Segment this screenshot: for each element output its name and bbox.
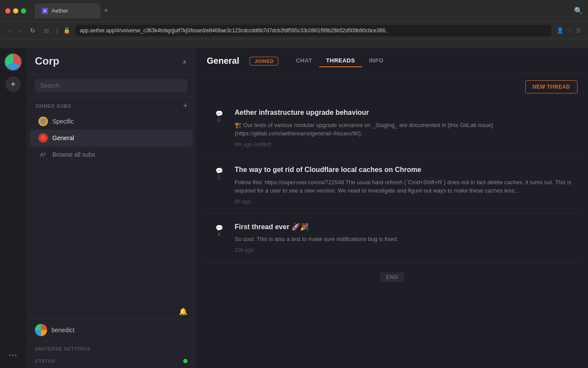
thread-time: 8h ago <box>235 199 574 205</box>
browser-tab-aether[interactable]: A Aether <box>35 3 100 18</box>
add-sub-button[interactable]: + <box>183 101 188 110</box>
bookmark-icon[interactable]: ♡ <box>567 27 572 34</box>
maximize-window-button[interactable] <box>21 8 26 14</box>
comment-icon: 💬 <box>215 167 223 174</box>
extensions-icon[interactable]: 👤 <box>557 27 564 34</box>
search-bar <box>26 75 196 97</box>
status-row: STATUS <box>26 356 196 368</box>
sub-list: 🌀 Specific 🔴 General <box>26 113 196 146</box>
universe-settings-label: UNIVERSE SETTINGS <box>35 346 91 351</box>
refresh-button[interactable]: ↻ <box>28 26 37 35</box>
address-input[interactable] <box>75 25 551 36</box>
thread-meta: 💬 4 <box>210 223 228 253</box>
minimize-window-button[interactable] <box>13 8 18 14</box>
app-logo <box>4 53 22 71</box>
sidebar-item-label-specific: Specific <box>52 118 74 125</box>
status-indicator <box>183 359 188 363</box>
new-thread-button[interactable]: NEW THREAD <box>525 80 578 93</box>
forward-button[interactable]: › <box>18 26 24 35</box>
corp-header: Corp ▲ <box>26 48 196 75</box>
browse-all-label: Browse all subs <box>52 151 95 158</box>
username-label: benedict <box>51 327 75 334</box>
notification-bell-icon[interactable]: 🔔 <box>179 307 188 316</box>
browser-address-bar: ‹ › ↻ ⊞ | 🔒 👤 ♡ ☰ <box>0 22 588 39</box>
user-row: benedict <box>26 319 196 340</box>
sub-avatar-specific: 🌀 <box>38 117 48 126</box>
universe-settings-row: UNIVERSE SETTINGS <box>26 340 196 356</box>
thread-title: The way to get rid of Cloudflare local c… <box>235 165 574 175</box>
board-title: General <box>207 56 239 66</box>
tab-bar: A Aether + <box>35 3 571 18</box>
search-input[interactable] <box>35 79 188 92</box>
corp-chevron-icon[interactable]: ▲ <box>181 58 188 65</box>
thread-title: Aether infrastructure upgrade behaviour <box>235 108 574 117</box>
tab-favicon: A <box>42 8 48 14</box>
separator: | <box>56 27 58 34</box>
app-container: + ••• Corp ▲ JOINED SUBS + 🌀 Specific 🔴 … <box>0 48 588 368</box>
left-panel: Corp ▲ JOINED SUBS + 🌀 Specific 🔴 Genera… <box>26 48 196 368</box>
traffic-lights <box>5 8 26 14</box>
browser-search-icon[interactable]: 🔍 <box>574 7 583 15</box>
tab-info[interactable]: INFO <box>362 55 390 67</box>
browser-chrome: A Aether + 🔍 ‹ › ↻ ⊞ | 🔒 👤 ♡ ☰ <box>0 0 588 48</box>
thread-body: The way to get rid of Cloudflare local c… <box>235 165 574 205</box>
notification-row: 🔔 <box>26 304 196 319</box>
main-toolbar: NEW THREAD <box>196 74 588 100</box>
tab-threads[interactable]: THREADS <box>319 55 362 67</box>
lock-icon: 🔒 <box>63 27 70 34</box>
threads-list: 💬 0 Aether infrastructure upgrade behavi… <box>196 100 588 368</box>
thread-item[interactable]: 💬 0 Aether infrastructure upgrade behavi… <box>203 100 581 157</box>
browse-all-subs-button[interactable]: Aᴬ Browse all subs <box>30 146 193 163</box>
add-tab-button[interactable]: + <box>104 6 109 15</box>
status-label: STATUS <box>35 358 55 364</box>
close-window-button[interactable] <box>5 8 10 14</box>
icon-sidebar: + ••• <box>0 48 26 368</box>
browser-top-bar: A Aether + 🔍 <box>0 0 588 22</box>
joined-subs-label: JOINED SUBS <box>35 103 71 109</box>
comment-count: 0 <box>218 117 221 123</box>
browse-all-icon: Aᴬ <box>38 150 48 159</box>
joined-subs-header: JOINED SUBS + <box>26 97 196 113</box>
sidebar-item-general[interactable]: 🔴 General <box>30 130 193 146</box>
home-button[interactable]: ⊞ <box>42 26 51 35</box>
thread-time: 10h ago <box>235 247 574 253</box>
browser-icons: 👤 ♡ ☰ <box>557 27 581 34</box>
comment-icon: 💬 <box>215 110 223 117</box>
main-content: General JOINED CHAT THREADS INFO NEW THR… <box>196 48 588 368</box>
comment-icon: 💬 <box>215 224 223 231</box>
sidebar-item-label-general: General <box>52 134 74 141</box>
end-badge: END <box>380 272 404 282</box>
thread-time: 6m ago (edited) <box>235 141 574 148</box>
more-options-icon[interactable]: ••• <box>9 351 17 359</box>
thread-preview: So cool. This is also a test to make sur… <box>235 235 574 244</box>
thread-item[interactable]: 💬 1 The way to get rid of Cloudflare loc… <box>203 157 581 214</box>
thread-title: First thread ever 🚀🎉 <box>235 223 574 232</box>
add-community-button[interactable]: + <box>6 77 21 92</box>
thread-body: First thread ever 🚀🎉 So cool. This is al… <box>235 223 574 253</box>
tab-title: Aether <box>51 7 68 14</box>
comment-count: 4 <box>218 231 221 237</box>
thread-item[interactable]: 💬 4 First thread ever 🚀🎉 So cool. This i… <box>203 214 581 262</box>
thread-preview: 🏗️ Our tests of various modular upgrade … <box>235 121 574 138</box>
back-button[interactable]: ‹ <box>7 26 13 35</box>
corp-title: Corp <box>35 55 59 67</box>
thread-meta: 💬 0 <box>210 108 228 148</box>
sidebar-item-specific[interactable]: 🌀 Specific <box>30 113 193 130</box>
menu-icon[interactable]: ☰ <box>576 27 581 34</box>
end-label: END <box>203 262 581 291</box>
sub-avatar-general: 🔴 <box>38 133 48 143</box>
comment-count: 1 <box>218 174 221 180</box>
tabs: CHAT THREADS INFO <box>289 55 390 67</box>
main-header: General JOINED CHAT THREADS INFO <box>196 48 588 74</box>
thread-body: Aether infrastructure upgrade behaviour … <box>235 108 574 148</box>
thread-preview: Follow this: https://superuser.com/a/722… <box>235 178 574 195</box>
thread-meta: 💬 1 <box>210 165 228 205</box>
user-avatar <box>35 324 47 336</box>
joined-badge: JOINED <box>250 57 278 65</box>
tab-chat[interactable]: CHAT <box>289 55 319 67</box>
